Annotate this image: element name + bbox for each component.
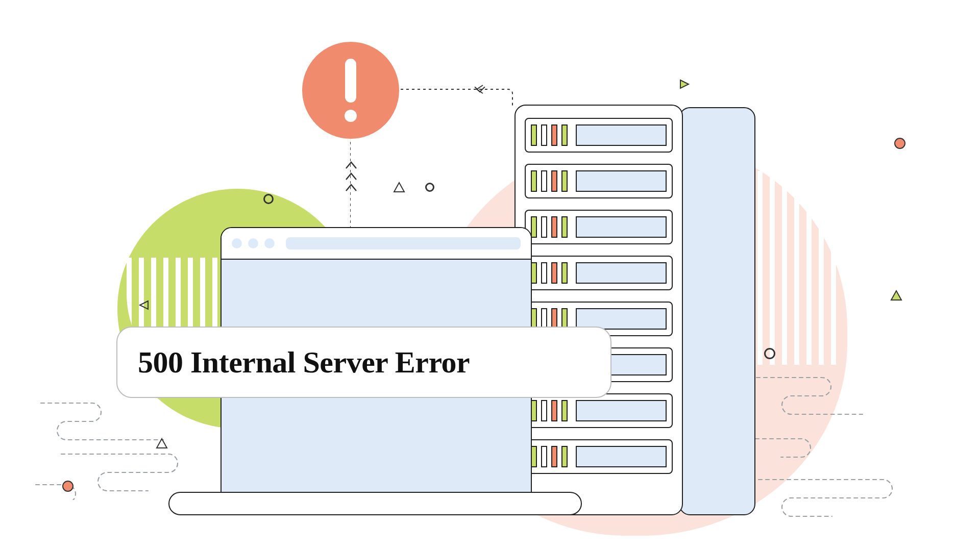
error-banner: 500 Internal Server Error [116,327,611,398]
error-message: 500 Internal Server Error [138,345,470,380]
triangle-left-icon [138,300,149,310]
arrow-left-icon [474,83,486,95]
dot-coral-icon [62,481,74,492]
ground-lines-left [31,393,235,500]
triangle-icon [156,438,168,449]
ground-lines-right [725,367,954,531]
exclamation-icon [302,42,399,139]
server-slot [525,118,673,153]
server-rack [514,105,683,515]
laptop-base [168,492,582,515]
window-dot [248,238,258,248]
back-panel [679,107,755,515]
triangle-icon [890,290,902,301]
pink-stripes [745,171,852,365]
server-slot [525,256,673,290]
dot-coral-icon [894,138,905,149]
server-slot [525,164,673,198]
server-slot [525,439,673,474]
window-dot [264,238,275,248]
triangle-icon [393,182,405,193]
triangle-play-icon [679,79,690,89]
chevron-up-icon [344,158,358,204]
server-slot [525,393,673,428]
circle-icon [425,183,434,192]
server-slot [525,210,673,244]
window-dot [232,238,242,248]
error-illustration: 500 Internal Server Error [0,0,980,551]
circle-icon [764,348,775,359]
circle-icon [263,194,274,204]
